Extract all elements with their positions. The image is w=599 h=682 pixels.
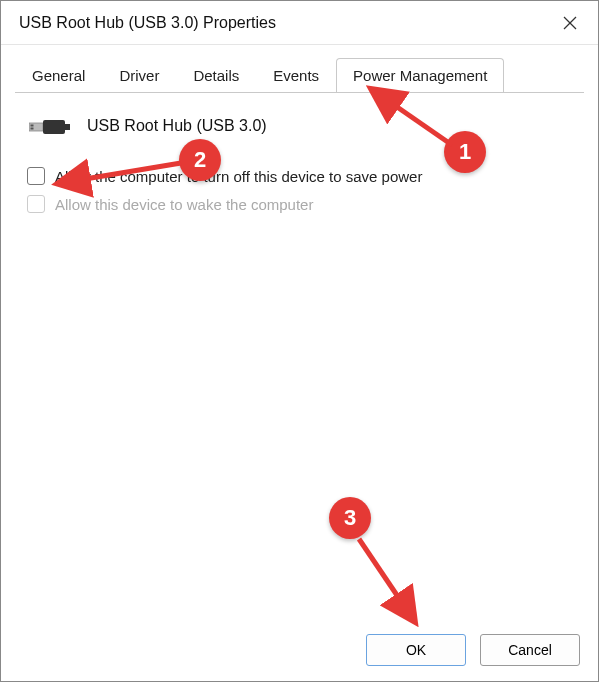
tab-driver[interactable]: Driver [102, 58, 176, 93]
option-turn-off-device[interactable]: Allow the computer to turn off this devi… [25, 165, 574, 193]
titlebar: USB Root Hub (USB 3.0) Properties [1, 1, 598, 45]
tabstrip: General Driver Details Events Power Mana… [1, 45, 598, 92]
svg-rect-3 [43, 120, 65, 134]
tab-power-management[interactable]: Power Management [336, 58, 504, 93]
window-title: USB Root Hub (USB 3.0) Properties [19, 14, 276, 32]
option-wake-label: Allow this device to wake the computer [55, 196, 313, 213]
svg-rect-2 [29, 123, 43, 131]
tab-panel-power-management: USB Root Hub (USB 3.0) Allow the compute… [15, 92, 584, 619]
tab-general[interactable]: General [15, 58, 102, 93]
close-icon [563, 16, 577, 30]
option-turn-off-label: Allow the computer to turn off this devi… [55, 168, 422, 185]
tab-events[interactable]: Events [256, 58, 336, 93]
device-name: USB Root Hub (USB 3.0) [87, 117, 267, 135]
checkbox-wake [27, 195, 45, 213]
device-header: USB Root Hub (USB 3.0) [25, 103, 574, 165]
svg-rect-5 [31, 125, 34, 127]
dialog-footer: OK Cancel [1, 619, 598, 681]
close-button[interactable] [542, 1, 598, 45]
svg-rect-4 [65, 124, 70, 130]
svg-rect-6 [31, 128, 34, 130]
ok-button[interactable]: OK [366, 634, 466, 666]
usb-connector-icon [29, 115, 69, 137]
properties-dialog: USB Root Hub (USB 3.0) Properties Genera… [0, 0, 599, 682]
option-wake-computer: Allow this device to wake the computer [25, 193, 574, 221]
cancel-button[interactable]: Cancel [480, 634, 580, 666]
tab-details[interactable]: Details [176, 58, 256, 93]
checkbox-turn-off[interactable] [27, 167, 45, 185]
